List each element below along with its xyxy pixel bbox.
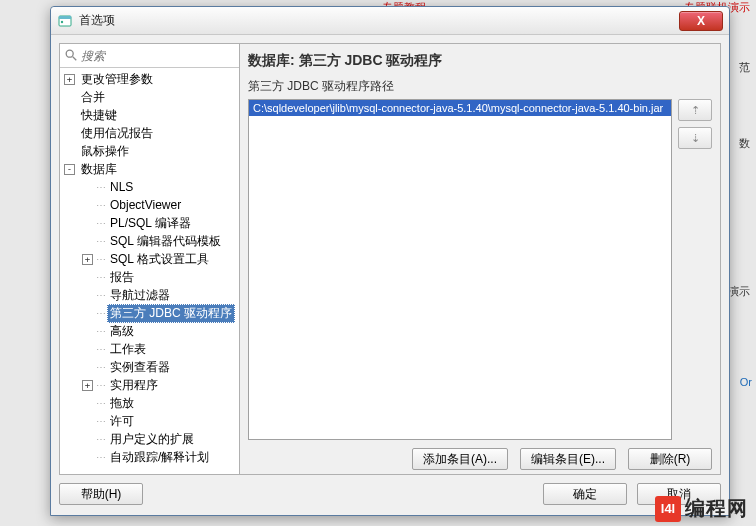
tree-connector: ⋯ <box>96 236 105 247</box>
tree-node[interactable]: 鼠标操作 <box>60 142 239 160</box>
tree-label: 高级 <box>107 323 137 340</box>
tree-node[interactable]: ⋯报告 <box>60 268 239 286</box>
tree-connector: ⋯ <box>96 254 105 265</box>
tree-label: 更改管理参数 <box>78 71 156 88</box>
window-title: 首选项 <box>79 12 679 29</box>
tree-connector: ⋯ <box>96 200 105 211</box>
svg-point-3 <box>66 50 73 57</box>
expand-icon[interactable]: + <box>82 254 93 265</box>
help-button[interactable]: 帮助(H) <box>59 483 143 505</box>
tree-label: 使用信况报告 <box>78 125 156 142</box>
logo-text: 编程网 <box>685 495 748 522</box>
titlebar: 首选项 X <box>51 7 729 35</box>
tree-label: 实例查看器 <box>107 359 173 376</box>
jdbc-driver-list[interactable]: C:\sqldeveloper\jlib\mysql-connector-jav… <box>248 99 672 440</box>
move-up-button[interactable]: ⇡ <box>678 99 712 121</box>
tree-label: 工作表 <box>107 341 149 358</box>
tree-label: 许可 <box>107 413 137 430</box>
tree-node[interactable]: ⋯用户定义的扩展 <box>60 430 239 448</box>
tree-node[interactable]: ⋯PL/SQL 编译器 <box>60 214 239 232</box>
tree-node[interactable]: 快捷键 <box>60 106 239 124</box>
tree-connector: ⋯ <box>96 416 105 427</box>
bg-text: 范 <box>739 60 750 75</box>
tree-connector: ⋯ <box>96 452 105 463</box>
site-logo: l4l 编程网 <box>655 495 748 522</box>
tree-label: NLS <box>107 180 136 194</box>
tree-node[interactable]: ⋯许可 <box>60 412 239 430</box>
bg-text: 数 <box>739 136 750 151</box>
window-body: +更改管理参数合并快捷键使用信况报告鼠标操作-数据库⋯NLS⋯ObjectVie… <box>51 35 729 515</box>
search-icon <box>64 48 78 64</box>
tree-label: SQL 编辑器代码模板 <box>107 233 224 250</box>
tree-label: 用户定义的扩展 <box>107 431 197 448</box>
tree-node[interactable]: +⋯实用程序 <box>60 376 239 394</box>
edit-entry-button[interactable]: 编辑条目(E)... <box>520 448 616 470</box>
tree-node[interactable]: 合并 <box>60 88 239 106</box>
tree-connector: ⋯ <box>96 398 105 409</box>
tree-node[interactable]: -数据库 <box>60 160 239 178</box>
panel-subtitle: 第三方 JDBC 驱动程序路径 <box>248 76 712 99</box>
tree-label: 拖放 <box>107 395 137 412</box>
tree-connector: ⋯ <box>96 182 105 193</box>
tree-connector: ⋯ <box>96 290 105 301</box>
panel-title: 数据库: 第三方 JDBC 驱动程序 <box>248 48 712 76</box>
tree-node[interactable]: ⋯实例查看器 <box>60 358 239 376</box>
tree-label: 导航过滤器 <box>107 287 173 304</box>
tree-connector: ⋯ <box>96 362 105 373</box>
tree-node[interactable]: ⋯NLS <box>60 178 239 196</box>
tree-node[interactable]: +⋯SQL 格式设置工具 <box>60 250 239 268</box>
ok-button[interactable]: 确定 <box>543 483 627 505</box>
tree-node[interactable]: ⋯自动跟踪/解释计划 <box>60 448 239 466</box>
list-area: C:\sqldeveloper\jlib\mysql-connector-jav… <box>248 99 712 440</box>
svg-line-4 <box>73 56 77 60</box>
tree-connector: ⋯ <box>96 218 105 229</box>
tree-connector: ⋯ <box>96 272 105 283</box>
tree-node[interactable]: ⋯导航过滤器 <box>60 286 239 304</box>
arrow-down-icon: ⇣ <box>691 132 700 145</box>
tree-node[interactable]: +更改管理参数 <box>60 70 239 88</box>
expand-icon[interactable]: + <box>64 74 75 85</box>
list-item[interactable]: C:\sqldeveloper\jlib\mysql-connector-jav… <box>249 100 671 116</box>
tree-label: 实用程序 <box>107 377 161 394</box>
tree-node[interactable]: ⋯SQL 编辑器代码模板 <box>60 232 239 250</box>
bg-text: Or <box>740 376 752 388</box>
tree-label: 报告 <box>107 269 137 286</box>
tree-connector: ⋯ <box>96 326 105 337</box>
content-area: +更改管理参数合并快捷键使用信况报告鼠标操作-数据库⋯NLS⋯ObjectVie… <box>59 43 721 475</box>
tree-label: SQL 格式设置工具 <box>107 251 212 268</box>
delete-entry-button[interactable]: 删除(R) <box>628 448 712 470</box>
tree-label: PL/SQL 编译器 <box>107 215 194 232</box>
tree-label: 鼠标操作 <box>78 143 132 160</box>
logo-mark: l4l <box>655 496 681 522</box>
tree-label: 合并 <box>78 89 108 106</box>
preferences-window: 首选项 X +更改管理参数合并快捷键使用信况报告鼠标操作-数据库⋯NLS⋯Obj… <box>50 6 730 516</box>
expand-icon[interactable]: + <box>82 380 93 391</box>
app-icon <box>57 13 73 29</box>
tree-node[interactable]: ⋯拖放 <box>60 394 239 412</box>
tree-connector: ⋯ <box>96 380 105 391</box>
close-button[interactable]: X <box>679 11 723 31</box>
tree-node[interactable]: ⋯第三方 JDBC 驱动程序 <box>60 304 239 322</box>
reorder-buttons: ⇡ ⇣ <box>678 99 712 440</box>
left-pane: +更改管理参数合并快捷键使用信况报告鼠标操作-数据库⋯NLS⋯ObjectVie… <box>60 44 240 474</box>
svg-rect-1 <box>59 16 71 19</box>
search-input[interactable] <box>81 49 235 63</box>
tree-node[interactable]: ⋯高级 <box>60 322 239 340</box>
add-entry-button[interactable]: 添加条目(A)... <box>412 448 508 470</box>
svg-point-2 <box>61 20 63 22</box>
tree-node[interactable]: ⋯ObjectViewer <box>60 196 239 214</box>
tree-connector: ⋯ <box>96 344 105 355</box>
tree-label: 第三方 JDBC 驱动程序 <box>107 304 235 323</box>
entry-buttons: 添加条目(A)... 编辑条目(E)... 删除(R) <box>248 440 712 470</box>
expand-icon[interactable]: - <box>64 164 75 175</box>
tree-label: 数据库 <box>78 161 120 178</box>
dialog-footer: 帮助(H) 确定 取消 <box>59 479 721 509</box>
preferences-tree[interactable]: +更改管理参数合并快捷键使用信况报告鼠标操作-数据库⋯NLS⋯ObjectVie… <box>60 68 239 474</box>
tree-node[interactable]: ⋯工作表 <box>60 340 239 358</box>
tree-node[interactable]: 使用信况报告 <box>60 124 239 142</box>
tree-label: 自动跟踪/解释计划 <box>107 449 212 466</box>
tree-connector: ⋯ <box>96 308 105 319</box>
tree-label: 快捷键 <box>78 107 120 124</box>
tree-connector: ⋯ <box>96 434 105 445</box>
move-down-button[interactable]: ⇣ <box>678 127 712 149</box>
